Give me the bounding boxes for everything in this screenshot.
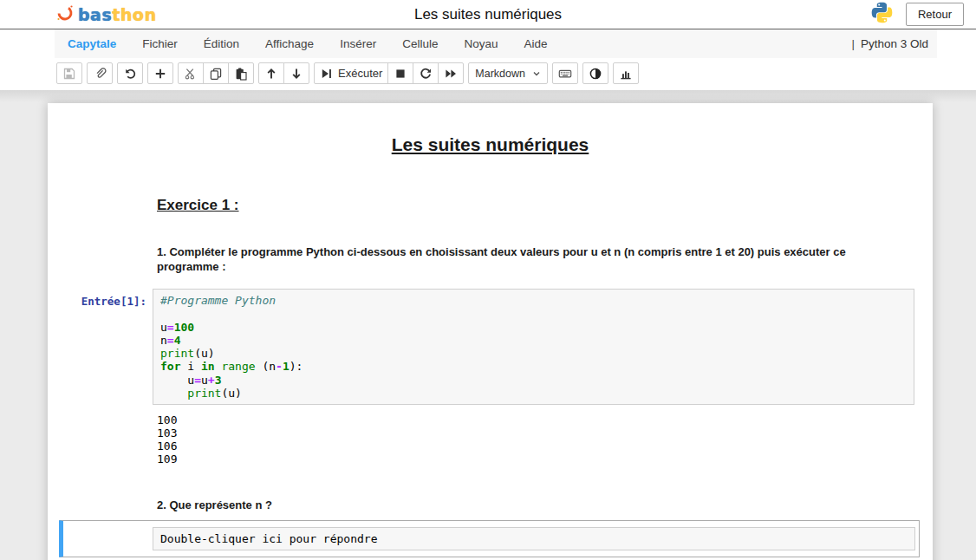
kernel-separator: | bbox=[851, 37, 855, 50]
move-up-button[interactable] bbox=[258, 62, 284, 84]
toolbar-group bbox=[552, 62, 578, 84]
toolbar-group bbox=[147, 62, 173, 84]
move-down-button[interactable] bbox=[283, 62, 309, 84]
move-down-icon bbox=[290, 67, 303, 81]
undo-button[interactable] bbox=[117, 62, 143, 84]
exercise-heading-cell[interactable]: Exercice 1 : bbox=[48, 197, 933, 214]
restart-button[interactable] bbox=[413, 62, 439, 84]
contrast-button[interactable] bbox=[582, 62, 608, 84]
add-cell-button[interactable] bbox=[147, 62, 173, 84]
contrast-icon bbox=[589, 67, 602, 81]
basthon-wordmark: basthon bbox=[78, 5, 156, 24]
python-logo-icon bbox=[870, 1, 894, 28]
run-button[interactable]: Exécuter bbox=[314, 62, 388, 84]
toolbar-group: Exécuter bbox=[314, 62, 464, 84]
menu-item-capytale[interactable]: Capytale bbox=[55, 30, 129, 58]
fast-forward-icon bbox=[444, 67, 458, 81]
save-icon bbox=[62, 67, 76, 81]
output-line: 100 bbox=[157, 413, 933, 427]
attach-icon bbox=[93, 67, 107, 81]
undo-icon bbox=[123, 67, 137, 81]
run-icon bbox=[320, 67, 334, 81]
menu-item-cellule[interactable]: Cellule bbox=[389, 30, 451, 58]
answer-markdown-source[interactable]: Double-cliquer ici pour répondre bbox=[153, 527, 915, 550]
kernel-name: Python 3 Old bbox=[861, 37, 928, 50]
chevron-down-icon bbox=[532, 69, 541, 78]
output-line: 109 bbox=[157, 453, 933, 466]
notebook-title: Les suites numériques bbox=[48, 103, 933, 155]
toolbar: ExécuterMarkdown bbox=[0, 58, 976, 90]
menu-item-noyau[interactable]: Noyau bbox=[451, 30, 511, 58]
code-line: u=100 bbox=[160, 321, 907, 334]
paste-button[interactable] bbox=[228, 62, 254, 84]
code-line: u=u+3 bbox=[160, 374, 907, 387]
cell-type-value: Markdown bbox=[475, 68, 525, 80]
copy-icon bbox=[209, 67, 223, 81]
question1-cell[interactable]: 1. Compléter le programme Python ci-dess… bbox=[48, 244, 933, 274]
selected-answer-cell[interactable]: Double-cliquer ici pour répondre bbox=[59, 520, 920, 557]
toolbar-group bbox=[178, 62, 254, 84]
paste-icon bbox=[234, 67, 248, 81]
input-prompt-column: Entrée[1]: bbox=[48, 289, 153, 405]
code-editor[interactable]: #Programme Python u=100n=4print(u)for i … bbox=[153, 289, 914, 405]
stop-icon bbox=[394, 67, 407, 81]
toolbar-group bbox=[258, 62, 309, 84]
menu-item-edition[interactable]: Édition bbox=[191, 30, 252, 58]
code-line: print(u) bbox=[160, 387, 907, 400]
app-window: basthon Les suites numériques Retour Cap… bbox=[0, 0, 976, 560]
move-up-icon bbox=[264, 67, 278, 81]
menu-item-fichier[interactable]: Fichier bbox=[129, 30, 191, 58]
toolbar-group bbox=[582, 62, 608, 84]
retour-button[interactable]: Retour bbox=[906, 3, 964, 26]
toolbar-group bbox=[56, 62, 82, 84]
question2-text: 2. Que représente n ? bbox=[157, 498, 861, 512]
code-line: print(u) bbox=[160, 347, 907, 360]
run-label: Exécuter bbox=[338, 67, 382, 80]
menu-item-aide[interactable]: Aide bbox=[511, 30, 560, 58]
add-cell-icon bbox=[153, 67, 167, 81]
question1-text: 1. Compléter le programme Python ci-dess… bbox=[157, 244, 861, 274]
code-output: 100103106109 bbox=[157, 413, 933, 466]
toolbar-group bbox=[87, 62, 113, 84]
save-button[interactable] bbox=[56, 62, 82, 84]
basthon-logo[interactable]: basthon bbox=[55, 3, 156, 26]
menu-item-affichage[interactable]: Affichage bbox=[252, 30, 327, 58]
menu-row: CapytaleFichierÉditionAffichageInsérerCe… bbox=[0, 29, 976, 58]
code-line: #Programme Python bbox=[160, 294, 907, 307]
cut-icon bbox=[184, 67, 198, 81]
question2-cell[interactable]: 2. Que représente n ? bbox=[48, 498, 933, 512]
bar-chart-button[interactable] bbox=[613, 62, 639, 84]
title-cell[interactable]: Les suites numériques bbox=[48, 103, 933, 155]
toolbar-group bbox=[613, 62, 639, 84]
cut-button[interactable] bbox=[178, 62, 204, 84]
notebook-page: Les suites numériques Exercice 1 : 1. Co… bbox=[48, 103, 933, 560]
keyboard-button[interactable] bbox=[552, 62, 578, 84]
restart-icon bbox=[419, 67, 433, 81]
menu-item-inserer[interactable]: Insérer bbox=[327, 30, 389, 58]
exercise-heading: Exercice 1 : bbox=[157, 197, 914, 214]
output-line: 106 bbox=[157, 440, 933, 453]
code-cell[interactable]: Entrée[1]: #Programme Python u=100n=4pri… bbox=[48, 289, 933, 405]
notebook-background: Les suites numériques Exercice 1 : 1. Co… bbox=[0, 90, 976, 560]
top-header: basthon Les suites numériques Retour bbox=[0, 0, 976, 29]
menubar: CapytaleFichierÉditionAffichageInsérerCe… bbox=[55, 29, 937, 59]
basthon-circle-icon bbox=[55, 3, 75, 26]
output-line: 103 bbox=[157, 427, 933, 440]
code-line bbox=[160, 308, 907, 321]
cell-type-select[interactable]: Markdown bbox=[468, 62, 548, 84]
bar-chart-icon bbox=[619, 67, 633, 81]
keyboard-icon bbox=[558, 67, 572, 81]
code-line: for i in range (n-1): bbox=[160, 360, 907, 373]
input-prompt: Entrée[1]: bbox=[81, 295, 146, 308]
toolbar-group bbox=[117, 62, 143, 84]
copy-button[interactable] bbox=[203, 62, 229, 84]
attach-button[interactable] bbox=[87, 62, 113, 84]
stop-button[interactable] bbox=[387, 62, 413, 84]
kernel-indicator: | Python 3 Old bbox=[851, 37, 937, 50]
fast-forward-button[interactable] bbox=[438, 62, 464, 84]
code-line: n=4 bbox=[160, 334, 907, 347]
